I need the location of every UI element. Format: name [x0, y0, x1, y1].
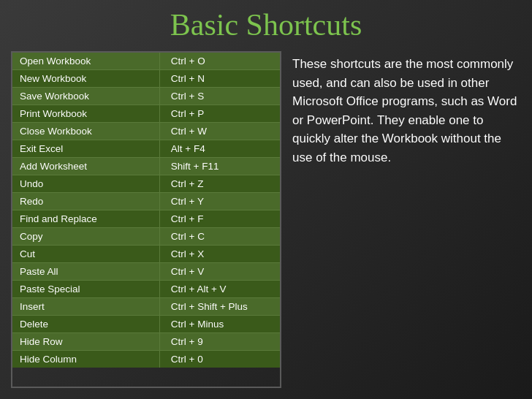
shortcut-action: Redo	[12, 193, 159, 210]
shortcut-action: Cut	[12, 246, 159, 263]
page-title: Basic Shortcuts	[11, 7, 521, 42]
shortcut-action: Save Workbook	[12, 88, 159, 105]
table-row: InsertCtrl + Shift + Plus	[12, 298, 280, 316]
table-row: CutCtrl + X	[12, 246, 280, 263]
table-row: DeleteCtrl + Minus	[12, 316, 280, 333]
shortcut-keys: Ctrl + N	[159, 70, 280, 88]
table-row: RedoCtrl + Y	[12, 193, 280, 210]
shortcut-action: Find and Replace	[12, 210, 159, 228]
content-area: Open WorkbookCtrl + ONew WorkbookCtrl + …	[11, 51, 521, 388]
shortcut-action: Close Workbook	[12, 123, 159, 140]
page-container: Basic Shortcuts Open WorkbookCtrl + ONew…	[0, 0, 532, 399]
table-row: Save WorkbookCtrl + S	[12, 88, 280, 105]
table-row: Paste SpecialCtrl + Alt + V	[12, 281, 280, 298]
shortcut-action: Hide Column	[12, 351, 159, 368]
shortcuts-table-container: Open WorkbookCtrl + ONew WorkbookCtrl + …	[11, 51, 281, 388]
shortcut-action: Delete	[12, 316, 159, 333]
title-area: Basic Shortcuts	[11, 7, 521, 42]
table-row: Hide RowCtrl + 9	[12, 333, 280, 351]
table-row: Close WorkbookCtrl + W	[12, 123, 280, 140]
shortcut-action: Hide Row	[12, 333, 159, 351]
shortcut-action: Exit Excel	[12, 140, 159, 158]
table-row: Find and ReplaceCtrl + F	[12, 210, 280, 228]
shortcut-keys: Ctrl + V	[159, 263, 280, 281]
table-row: Print WorkbookCtrl + P	[12, 105, 280, 123]
table-row: CopyCtrl + C	[12, 228, 280, 246]
description-text: These shortcuts are the most commonly us…	[292, 55, 521, 167]
shortcut-keys: Ctrl + Minus	[159, 316, 280, 333]
shortcut-action: Undo	[12, 175, 159, 193]
shortcut-action: Print Workbook	[12, 105, 159, 123]
table-row: Paste AllCtrl + V	[12, 263, 280, 281]
shortcut-action: Paste Special	[12, 281, 159, 298]
shortcut-action: Add Worksheet	[12, 158, 159, 175]
shortcut-keys: Ctrl + F	[159, 210, 280, 228]
table-row: Open WorkbookCtrl + O	[12, 53, 280, 70]
shortcut-keys: Ctrl + 0	[159, 351, 280, 368]
shortcut-keys: Ctrl + W	[159, 123, 280, 140]
shortcut-keys: Ctrl + 9	[159, 333, 280, 351]
shortcut-keys: Ctrl + Z	[159, 175, 280, 193]
shortcut-keys: Ctrl + S	[159, 88, 280, 105]
table-row: Exit ExcelAlt + F4	[12, 140, 280, 158]
table-row: Hide ColumnCtrl + 0	[12, 351, 280, 368]
shortcuts-table: Open WorkbookCtrl + ONew WorkbookCtrl + …	[12, 53, 280, 368]
shortcut-keys: Ctrl + P	[159, 105, 280, 123]
table-row: New WorkbookCtrl + N	[12, 70, 280, 88]
table-row: Add WorksheetShift + F11	[12, 158, 280, 175]
shortcut-keys: Alt + F4	[159, 140, 280, 158]
shortcut-action: Insert	[12, 298, 159, 316]
shortcut-keys: Shift + F11	[159, 158, 280, 175]
shortcut-keys: Ctrl + Alt + V	[159, 281, 280, 298]
shortcut-action: Open Workbook	[12, 53, 159, 70]
shortcut-keys: Ctrl + X	[159, 246, 280, 263]
description-area: These shortcuts are the most commonly us…	[292, 51, 521, 388]
table-row: UndoCtrl + Z	[12, 175, 280, 193]
shortcut-keys: Ctrl + O	[159, 53, 280, 70]
shortcut-action: New Workbook	[12, 70, 159, 88]
shortcut-keys: Ctrl + Y	[159, 193, 280, 210]
shortcut-keys: Ctrl + Shift + Plus	[159, 298, 280, 316]
shortcut-action: Paste All	[12, 263, 159, 281]
shortcut-action: Copy	[12, 228, 159, 246]
shortcut-keys: Ctrl + C	[159, 228, 280, 246]
